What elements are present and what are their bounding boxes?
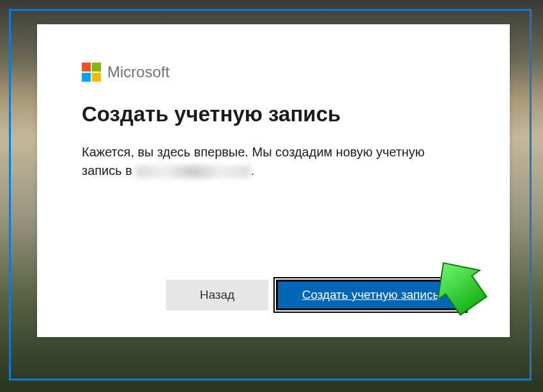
dialog-body-text: Кажется, вы здесь впервые. Мы создадим н…	[82, 145, 425, 177]
redacted-email	[135, 165, 250, 178]
brand-name: Microsoft	[107, 63, 169, 81]
create-account-dialog: Microsoft Создать учетную запись Кажется…	[37, 24, 510, 337]
dialog-body: Кажется, вы здесь впервые. Мы создадим н…	[82, 143, 465, 180]
button-row: Назад Создать учетную запись	[82, 280, 465, 310]
microsoft-logo-icon	[82, 63, 101, 82]
back-button[interactable]: Назад	[166, 280, 268, 310]
create-account-button[interactable]: Создать учетную запись	[276, 280, 465, 310]
dialog-title: Создать учетную запись	[82, 102, 465, 126]
microsoft-brand: Microsoft	[82, 63, 465, 82]
